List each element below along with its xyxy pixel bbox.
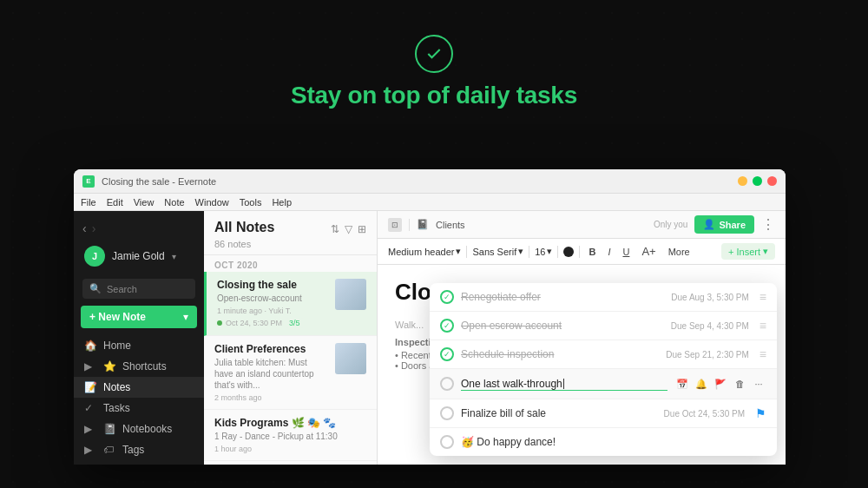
toolbar-expand-icon[interactable]: ⊡ bbox=[388, 218, 402, 232]
note-item-client[interactable]: Client Preferences Julia table kitchen: … bbox=[204, 336, 377, 410]
task-flag-icon[interactable]: 🚩 bbox=[713, 376, 728, 392]
new-note-label: + New Note bbox=[89, 311, 146, 323]
more-format-button[interactable]: More bbox=[665, 245, 694, 259]
task-check-1[interactable] bbox=[440, 290, 454, 304]
notes-icon: 📝 bbox=[84, 381, 96, 393]
shortcuts-label: Shortcuts bbox=[122, 360, 167, 373]
tasks-label: Tasks bbox=[103, 402, 130, 414]
notes-section-label: OCT 2020 bbox=[204, 255, 377, 272]
tags-icon: 🏷 bbox=[103, 444, 115, 456]
editor-panel: ⊡ 📓 Clients Only you 👤 Share ⋮ Medium he… bbox=[378, 211, 786, 465]
task-item-2[interactable]: Open escrow account Due Sep 4, 4:30 PM ≡ bbox=[430, 312, 777, 340]
sidebar-item-home[interactable]: 🏠 Home bbox=[74, 335, 204, 356]
app-favicon: E bbox=[82, 175, 95, 188]
note-meta-kids: 1 hour ago bbox=[214, 445, 366, 453]
size-dropdown-icon: ▾ bbox=[547, 246, 552, 257]
title-bar: E Closing the sale - Evernote bbox=[74, 169, 786, 194]
color-picker-dot[interactable] bbox=[563, 247, 574, 257]
task-calendar-icon[interactable]: 📅 bbox=[674, 376, 690, 392]
insert-button[interactable]: + Insert ▾ bbox=[721, 243, 775, 260]
size-select[interactable]: 16 ▾ bbox=[535, 246, 552, 257]
header-select[interactable]: Medium header ▾ bbox=[388, 246, 461, 257]
avatar: J bbox=[84, 246, 105, 267]
note-thumbnail-client bbox=[335, 343, 366, 374]
sidebar-item-notes[interactable]: 📝 Notes bbox=[74, 377, 204, 398]
task-bell-icon[interactable]: 🔔 bbox=[694, 376, 709, 392]
note-meta-client: 2 months ago bbox=[214, 393, 325, 402]
menu-tools[interactable]: Tools bbox=[240, 197, 262, 208]
insert-dropdown-icon: ▾ bbox=[763, 246, 768, 257]
cursor bbox=[563, 379, 564, 389]
task-delete-icon[interactable]: 🗑 bbox=[732, 376, 747, 392]
italic-button[interactable]: I bbox=[604, 245, 614, 259]
task-text-4: One last walk-through bbox=[461, 378, 667, 391]
notebooks-chevron: ▶ bbox=[84, 423, 96, 435]
note-item-kids[interactable]: Kids Programs 🌿 🎭 🐾 1 Ray - Dance - Pick… bbox=[204, 410, 377, 461]
share-button[interactable]: 👤 Share bbox=[694, 215, 754, 234]
toolbar-sep-1 bbox=[409, 219, 410, 231]
menu-window[interactable]: Window bbox=[195, 197, 229, 208]
task-item-1[interactable]: Renegotiate offer Due Aug 3, 5:30 PM ≡ bbox=[430, 283, 777, 312]
sort-icon[interactable]: ⇅ bbox=[331, 223, 339, 235]
back-button[interactable]: ‹ bbox=[82, 221, 87, 235]
header-dropdown-icon: ▾ bbox=[456, 246, 461, 257]
sidebar-item-notebooks[interactable]: ▶ 📓 Notebooks bbox=[74, 419, 204, 439]
filter-icon[interactable]: ▽ bbox=[345, 223, 352, 235]
home-icon: 🏠 bbox=[84, 340, 96, 352]
menu-edit[interactable]: Edit bbox=[107, 197, 123, 208]
task-text-5: Finalize bill of sale bbox=[461, 407, 657, 419]
menu-note[interactable]: Note bbox=[164, 197, 184, 208]
font-select[interactable]: Sans Serif ▾ bbox=[472, 246, 523, 257]
more-options-icon[interactable]: ⋮ bbox=[761, 216, 775, 233]
search-icon: 🔍 bbox=[89, 283, 102, 294]
task-check-4[interactable] bbox=[440, 377, 454, 391]
thumbnail-image bbox=[335, 279, 366, 310]
search-box[interactable]: 🔍 Search bbox=[82, 279, 195, 299]
task-text-1: Renegotiate offer bbox=[461, 291, 664, 303]
sidebar: ‹ › J Jamie Gold ▾ 🔍 Search + New Note ▾ bbox=[74, 211, 204, 465]
close-button[interactable] bbox=[767, 176, 777, 186]
note-preview-client: Julia table kitchen: Must have an island… bbox=[214, 357, 325, 391]
star-icon: ⭐ bbox=[103, 360, 115, 373]
sidebar-item-shortcuts[interactable]: ▶ ⭐ Shortcuts bbox=[74, 356, 204, 377]
task-check-6[interactable] bbox=[440, 435, 454, 449]
notebook-name[interactable]: Clients bbox=[436, 220, 465, 230]
sidebar-item-tasks[interactable]: ✓ Tasks bbox=[74, 398, 204, 419]
underline-button[interactable]: U bbox=[619, 245, 633, 259]
menu-file[interactable]: File bbox=[81, 197, 96, 208]
main-content: ‹ › J Jamie Gold ▾ 🔍 Search + New Note ▾ bbox=[74, 211, 786, 465]
note-preview-closing: Open-escrow-account bbox=[217, 293, 325, 304]
menu-help[interactable]: Help bbox=[272, 197, 292, 208]
task-check-2[interactable] bbox=[440, 319, 454, 333]
task-check-5[interactable] bbox=[440, 406, 454, 420]
minimize-button[interactable] bbox=[738, 176, 747, 186]
task-item-5[interactable]: Finalize bill of sale Due Oct 24, 5:30 P… bbox=[430, 399, 777, 428]
menu-view[interactable]: View bbox=[134, 197, 155, 208]
task-item-4[interactable]: One last walk-through 📅 🔔 🚩 🗑 ··· bbox=[430, 369, 777, 399]
notes-label: Notes bbox=[103, 381, 130, 393]
bold-button[interactable]: B bbox=[585, 245, 599, 259]
task-item-6[interactable]: 🥳 Do happy dance! bbox=[430, 428, 777, 456]
note-title-client: Client Preferences bbox=[214, 343, 325, 355]
maximize-button[interactable] bbox=[753, 176, 762, 186]
task-more-icon[interactable]: ··· bbox=[751, 376, 766, 392]
sidebar-item-tags[interactable]: ▶ 🏷 Tags bbox=[74, 439, 204, 460]
task-text-6: 🥳 Do happy dance! bbox=[461, 436, 766, 448]
font-size-increase[interactable]: A+ bbox=[638, 243, 659, 260]
task-expand-2: ≡ bbox=[760, 319, 766, 333]
notebooks-icon: 📓 bbox=[103, 423, 115, 435]
note-item-flight[interactable]: Flight Details Depart 5:15 - 11:45pm fro… bbox=[204, 461, 377, 465]
fmt-sep-2 bbox=[529, 246, 529, 258]
note-item-closing[interactable]: Closing the sale Open-escrow-account 1 m… bbox=[204, 272, 377, 336]
sidebar-item-shared[interactable]: 👥 Shared with Me bbox=[74, 460, 204, 465]
note-count-badge: 3/5 bbox=[286, 318, 304, 328]
task-item-3[interactable]: Schedule inspection Due Sep 21, 2:30 PM … bbox=[430, 340, 777, 369]
insert-plus-icon: + bbox=[728, 247, 733, 257]
user-row[interactable]: J Jamie Gold ▾ bbox=[74, 241, 204, 272]
notes-header: All Notes ⇅ ▽ ⊞ 86 notes bbox=[204, 211, 377, 255]
new-note-button[interactable]: + New Note ▾ bbox=[81, 306, 197, 328]
hero-checkmark-icon bbox=[415, 35, 453, 73]
task-check-3[interactable] bbox=[440, 347, 454, 361]
grid-icon[interactable]: ⊞ bbox=[358, 223, 366, 235]
forward-button[interactable]: › bbox=[92, 221, 96, 235]
